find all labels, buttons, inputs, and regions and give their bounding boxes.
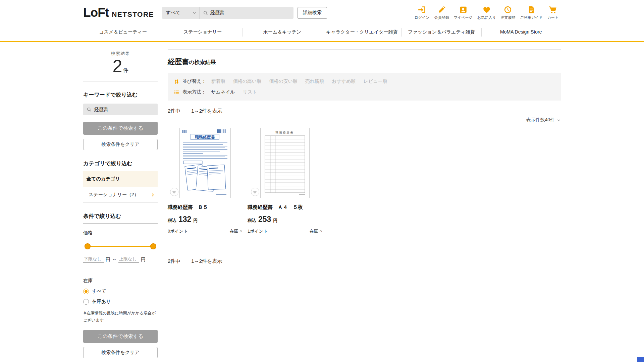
per-page-select[interactable]: 表示件数40件	[168, 117, 561, 123]
stock-mark: ○	[239, 229, 242, 234]
nav-item-home-kitchen[interactable]: ホーム＆キッチン	[243, 23, 322, 41]
nav-item-stationery[interactable]: ステーショナリー	[163, 23, 242, 41]
product-grid: 職務経歴書	[168, 128, 561, 234]
search-category-value: すべて	[166, 10, 180, 16]
product-image[interactable]: 職務経歴書	[179, 128, 231, 198]
stock-status: 在庫 ○	[310, 228, 322, 234]
nav-item-cosme[interactable]: コスメ＆ビューティー	[83, 23, 163, 41]
product-price: 税込 253 円	[248, 215, 322, 224]
order-history-icon	[503, 5, 512, 14]
member-register-button[interactable]: 会員登録	[432, 5, 451, 20]
stock-status: 在庫 ○	[230, 228, 242, 234]
keyword-input[interactable]	[94, 107, 155, 112]
yen-label: 円	[106, 257, 110, 263]
price-value: 253	[258, 215, 271, 224]
product-name[interactable]: 職務経歴書 Ａ４ ５枚	[248, 204, 322, 210]
cart-icon	[548, 5, 557, 14]
search-results-main: 経歴書の検索結果 並び替え： 新着順 価格の高い順 価格の安い順 売れ筋順 おす…	[168, 49, 561, 264]
member-register-label: 会員登録	[434, 15, 449, 20]
points-label: 1ポイント	[248, 228, 268, 234]
price-value: 132	[178, 215, 191, 224]
view-option-list[interactable]: リスト	[243, 89, 257, 95]
product-name[interactable]: 職務経歴書 Ｂ５	[168, 204, 242, 210]
product-card: 職務経歴書	[168, 128, 242, 234]
product-card: 職務経歴書 職務経歴書 Ａ４ ５枚	[248, 128, 322, 234]
sort-option-recommended[interactable]: おすすめ順	[332, 78, 356, 84]
header-search-bar: すべて	[162, 7, 293, 19]
clear-filter-button-top[interactable]: 検索条件をクリア	[83, 139, 158, 150]
login-button[interactable]: ログイン	[412, 5, 432, 20]
login-label: ログイン	[415, 15, 430, 20]
result-range: 1～2件を表示	[191, 108, 222, 114]
view-option-thumbnail[interactable]: サムネイル	[211, 89, 235, 95]
apply-filter-button-bottom[interactable]: この条件で検索する	[83, 330, 158, 343]
chevron-down-icon	[193, 11, 196, 15]
favorite-button[interactable]	[251, 188, 259, 196]
cart-button[interactable]: カート	[545, 5, 561, 20]
mypage-icon	[459, 5, 468, 14]
apply-filter-button-top[interactable]: この条件で検索する	[83, 122, 158, 135]
product-image-art: 職務経歴書	[179, 128, 231, 198]
scroll-top-button[interactable]	[637, 357, 644, 362]
user-guide-icon	[527, 5, 536, 14]
sort-option-price-high[interactable]: 価格の高い順	[233, 78, 262, 84]
loft-logo[interactable]: LoFt NETSTORE	[83, 6, 154, 20]
product-meta: 0ポイント 在庫 ○	[168, 228, 242, 234]
cart-label: カート	[547, 15, 558, 20]
product-image-title: 職務経歴書	[275, 131, 294, 134]
price-input-row: 円 ～ 円	[83, 255, 158, 263]
header-utility-menu: ログイン 会員登録 マイページ お気に入り 注文履歴	[412, 5, 561, 20]
nav-item-moma[interactable]: MoMA Design Store	[481, 23, 561, 41]
favorites-button[interactable]: お気に入り	[475, 5, 498, 20]
stock-filter-block: 在庫 すべて 在庫あり ※在庫情報の反映に時間がかかる場合がございます	[83, 271, 158, 323]
logo-netstore-text: NETSTORE	[112, 10, 154, 18]
results-divider	[168, 250, 561, 250]
clear-filter-button-bottom[interactable]: 検索条件をクリア	[83, 347, 158, 358]
keyword-search-box	[83, 104, 158, 115]
heart-icon	[253, 190, 257, 194]
product-image[interactable]: 職務経歴書	[260, 128, 310, 198]
product-image-title: 職務経歴書	[195, 135, 215, 139]
header-search-input[interactable]	[210, 10, 290, 15]
search-field	[200, 10, 293, 15]
price-slider-handle-min[interactable]	[85, 243, 91, 249]
advanced-search-button[interactable]: 詳細検索	[298, 7, 327, 19]
product-image-art: 職務経歴書	[260, 128, 310, 198]
nav-item-character-goods[interactable]: キャラクター・クリエイター雑貨	[322, 23, 401, 41]
page-title: 経歴書の検索結果	[168, 57, 561, 66]
stock-radio-instock[interactable]: 在庫あり	[83, 299, 158, 305]
sort-option-newest[interactable]: 新着順	[211, 78, 225, 84]
stock-mark: ○	[319, 229, 322, 234]
tilde-label: ～	[112, 257, 117, 263]
view-mode-label: 表示方法：	[182, 89, 206, 95]
category-all-link[interactable]: 全てのカテゴリ	[83, 171, 158, 187]
price-slider-handle-max[interactable]	[150, 243, 156, 249]
favorite-button[interactable]	[170, 188, 178, 196]
nav-item-fashion-variety[interactable]: ファッション＆バラエティ雑貨	[401, 23, 481, 41]
stock-radio-all[interactable]: すべて	[83, 288, 158, 294]
chevron-down-icon	[556, 118, 561, 122]
search-category-select[interactable]: すべて	[162, 7, 200, 19]
price-max-input[interactable]	[118, 255, 139, 263]
category-item-label: ステーショナリー（2）	[89, 192, 139, 198]
stock-radio-all-label: すべて	[92, 288, 106, 294]
price-min-input[interactable]	[83, 255, 104, 263]
category-nav: コスメ＆ビューティー ステーショナリー ホーム＆キッチン キャラクター・クリエイ…	[0, 23, 644, 42]
mypage-button[interactable]: マイページ	[451, 5, 475, 20]
sort-option-price-low[interactable]: 価格の安い順	[269, 78, 298, 84]
sort-option-bestseller[interactable]: 売れ筋順	[305, 78, 324, 84]
user-guide-label: ご利用ガイド	[520, 15, 542, 20]
page-title-suffix: の検索結果	[189, 59, 216, 65]
logo-loft-text: LoFt	[83, 6, 109, 20]
price-range-slider	[86, 243, 155, 249]
user-guide-button[interactable]: ご利用ガイド	[518, 5, 545, 20]
product-price: 税込 132 円	[168, 215, 242, 224]
result-count-label: 検索結果	[83, 51, 158, 57]
order-history-button[interactable]: 注文履歴	[498, 5, 518, 20]
points-label: 0ポイント	[168, 228, 188, 234]
category-item-stationery[interactable]: ステーショナリー（2）	[83, 187, 158, 203]
list-view-icon	[174, 89, 179, 95]
sort-option-review[interactable]: レビュー順	[364, 78, 387, 84]
product-meta: 1ポイント 在庫 ○	[248, 228, 322, 234]
sort-arrows-icon	[174, 79, 179, 84]
